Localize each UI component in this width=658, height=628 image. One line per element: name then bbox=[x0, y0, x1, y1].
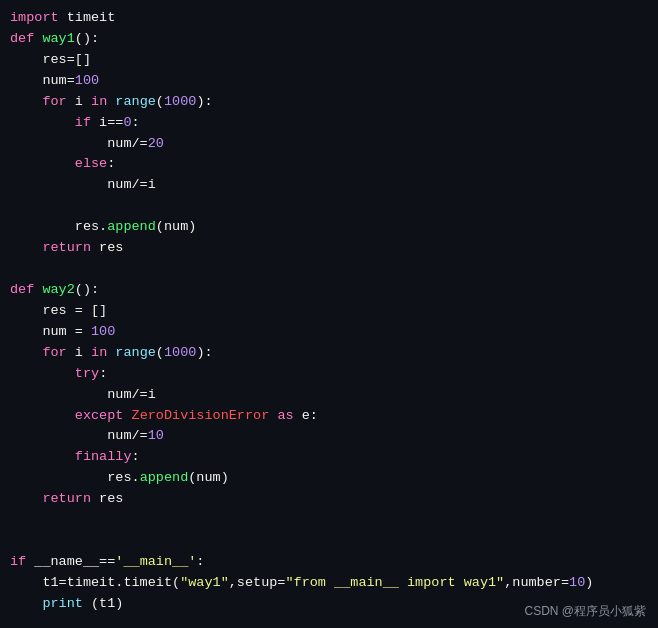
code-line-3: res=[] bbox=[10, 50, 648, 71]
code-line-10 bbox=[10, 196, 648, 217]
code-line-19: num/=i bbox=[10, 385, 648, 406]
code-line-7: num/=20 bbox=[10, 134, 648, 155]
watermark: CSDN @程序员小狐紫 bbox=[524, 603, 646, 620]
code-line-24: return res bbox=[10, 489, 648, 510]
code-line-14: def way2(): bbox=[10, 280, 648, 301]
code-line-1: import timeit bbox=[10, 8, 648, 29]
code-line-6: if i==0: bbox=[10, 113, 648, 134]
code-line-2: def way1(): bbox=[10, 29, 648, 50]
code-line-9: num/=i bbox=[10, 175, 648, 196]
code-editor: import timeit def way1(): res=[] num=100… bbox=[0, 0, 658, 628]
code-line-12: return res bbox=[10, 238, 648, 259]
code-line-27: if __name__=='__main__': bbox=[10, 552, 648, 573]
code-line-13 bbox=[10, 259, 648, 280]
code-line-23: res.append(num) bbox=[10, 468, 648, 489]
code-line-25 bbox=[10, 510, 648, 531]
code-line-21: num/=10 bbox=[10, 426, 648, 447]
code-line-26 bbox=[10, 531, 648, 552]
code-line-4: num=100 bbox=[10, 71, 648, 92]
code-line-17: for i in range(1000): bbox=[10, 343, 648, 364]
code-line-11: res.append(num) bbox=[10, 217, 648, 238]
code-line-28: t1=timeit.timeit("way1",setup="from __ma… bbox=[10, 573, 648, 594]
code-line-5: for i in range(1000): bbox=[10, 92, 648, 113]
code-line-8: else: bbox=[10, 154, 648, 175]
code-line-18: try: bbox=[10, 364, 648, 385]
code-line-22: finally: bbox=[10, 447, 648, 468]
code-line-20: except ZeroDivisionError as e: bbox=[10, 406, 648, 427]
code-line-15: res = [] bbox=[10, 301, 648, 322]
code-line-16: num = 100 bbox=[10, 322, 648, 343]
